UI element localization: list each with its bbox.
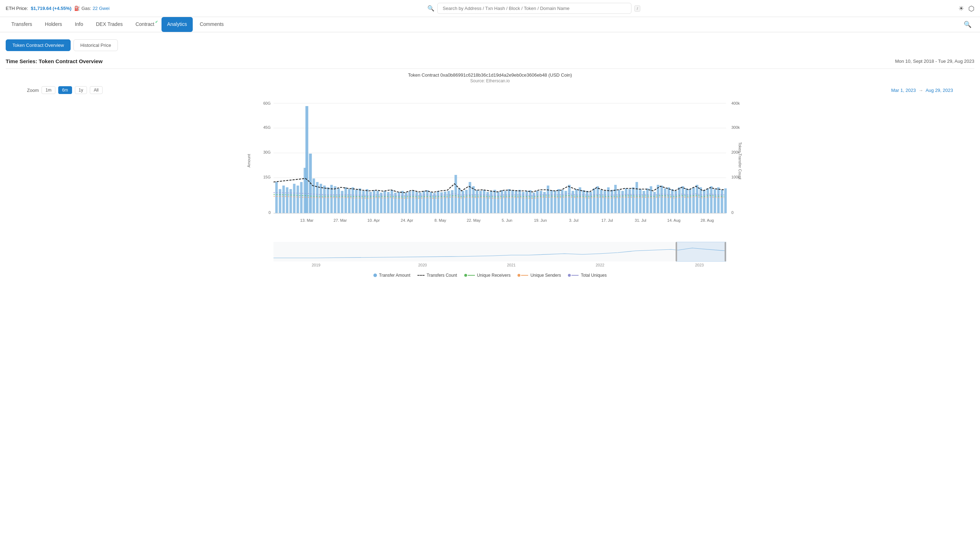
svg-rect-159 [274,242,726,262]
svg-rect-78 [490,191,493,213]
svg-rect-110 [604,191,606,213]
svg-text:2020: 2020 [418,263,426,267]
svg-rect-142 [718,187,720,213]
timeseries-title: Time Series: Token Contract Overview [6,58,103,64]
legend-label-unique-receivers: Unique Receivers [477,273,511,278]
svg-rect-25 [297,186,299,213]
zoom-1y[interactable]: 1y [75,86,88,94]
svg-rect-81 [501,190,503,213]
svg-text:2023: 2023 [695,263,703,267]
chart-wrapper: Token Contract 0xa0b86991c6218b36c1d19d4… [6,68,974,278]
svg-text:2022: 2022 [596,263,604,267]
tab-info[interactable]: Info [69,17,89,32]
svg-text:0: 0 [732,210,734,214]
svg-rect-161 [676,242,677,262]
svg-rect-120 [639,189,642,213]
svg-rect-41 [359,188,361,213]
svg-rect-127 [664,188,667,213]
svg-rect-92 [540,191,542,213]
svg-rect-27 [304,168,306,213]
zoom-date-range: Mar 1, 2023 → Aug 29, 2023 [891,87,953,93]
svg-rect-37 [345,187,347,213]
legend-transfers-count: Transfers Count [417,273,457,278]
svg-text:19. Jun: 19. Jun [534,218,547,222]
svg-rect-108 [597,186,599,213]
svg-rect-22 [286,187,289,213]
zoom-6m[interactable]: 6m [58,86,72,94]
eth-network-button[interactable]: ⬡ [968,4,974,13]
svg-rect-28 [313,178,315,213]
svg-text:Amount: Amount [247,154,251,167]
tabbar: Transfers Holders Info DEX Trades Contra… [0,17,980,32]
legend-label-transfer-amount: Transfer Amount [379,273,410,278]
svg-rect-24 [293,184,296,213]
svg-rect-86 [519,190,521,213]
subtab-historical-price[interactable]: Historical Price [73,40,118,51]
contract-label: Contract [135,21,154,27]
gas-section: ⛽ Gas: 22 Gwei [74,6,109,11]
svg-rect-32 [327,187,329,213]
svg-rect-67 [451,190,453,213]
svg-rect-76 [483,190,485,213]
zoom-1m[interactable]: 1m [41,86,56,94]
svg-text:30G: 30G [263,150,271,154]
main-content: Token Contract Overview Historical Price… [0,32,980,285]
timeseries-header: Time Series: Token Contract Overview Mon… [6,58,974,64]
svg-rect-23 [290,189,292,213]
svg-rect-62 [433,193,436,213]
svg-rect-116 [625,188,628,213]
svg-text:24. Apr: 24. Apr [401,218,413,222]
svg-text:400k: 400k [732,101,740,105]
zoom-left: Zoom 1m 6m 1y All [27,86,103,94]
tab-transfers[interactable]: Transfers [6,17,38,32]
svg-rect-71 [465,190,468,213]
svg-rect-31 [323,186,326,213]
timeseries-range: Mon 10, Sept 2018 - Tue 29, Aug 2023 [895,59,974,64]
svg-rect-43 [366,189,368,213]
svg-rect-53 [401,191,404,213]
svg-text:8. May: 8. May [434,218,447,222]
search-input[interactable] [437,3,632,14]
zoom-all[interactable]: All [90,86,102,94]
svg-rect-74 [476,190,479,213]
svg-rect-144 [724,188,727,213]
svg-rect-60 [426,190,429,213]
theme-toggle-button[interactable]: ☀ [958,5,964,13]
subtab-token-contract-overview[interactable]: Token Contract Overview [6,40,71,51]
svg-rect-138 [703,190,706,213]
svg-rect-58 [419,193,422,213]
svg-rect-45 [373,190,375,213]
svg-rect-63 [437,191,439,213]
gas-label: Gas: [81,6,91,11]
tab-comments[interactable]: Comments [194,17,230,32]
svg-rect-130 [675,191,677,213]
tab-holders[interactable]: Holders [40,17,68,32]
tab-search-icon[interactable]: 🔍 [961,18,974,31]
svg-rect-114 [618,190,620,213]
tab-analytics[interactable]: Analytics [162,17,193,32]
svg-rect-135 [692,187,695,213]
svg-rect-118 [632,187,635,213]
svg-rect-131 [678,187,681,213]
svg-rect-50 [391,190,393,213]
svg-rect-140 [710,186,713,213]
svg-rect-59 [423,191,425,213]
svg-rect-85 [515,191,517,213]
svg-rect-143 [721,190,723,213]
tab-contract[interactable]: Contract ✔ [130,17,160,32]
svg-rect-102 [575,189,578,213]
svg-rect-88 [526,191,528,213]
svg-rect-82 [504,191,507,213]
verified-icon: ✔ [155,20,158,24]
slash-badge: / [634,5,640,12]
tab-dex-trades[interactable]: DEX Trades [90,17,128,32]
svg-rect-141 [714,189,716,213]
svg-rect-132 [682,186,684,213]
topbar-icons: ☀ ⬡ [958,4,974,13]
svg-text:300k: 300k [732,125,740,130]
svg-rect-129 [671,189,674,213]
svg-rect-113 [614,185,617,213]
svg-rect-47 [380,193,383,213]
svg-rect-54 [405,193,407,213]
svg-rect-115 [622,191,624,213]
